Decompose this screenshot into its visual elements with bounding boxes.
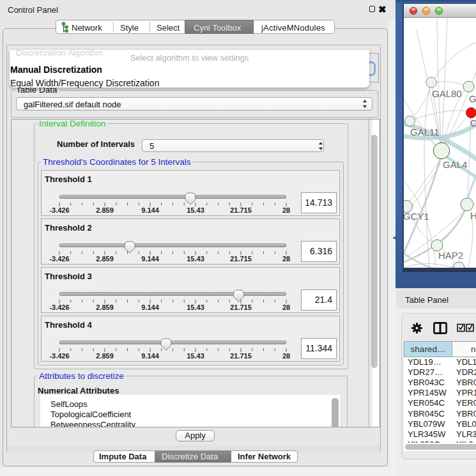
svg-text:GAL11: GAL11 (410, 127, 440, 137)
svg-text:GAL4: GAL4 (443, 159, 467, 170)
svg-text:C: C (470, 118, 476, 128)
svg-text:HAP2: HAP2 (438, 250, 463, 261)
svg-text:GCY1: GCY1 (404, 211, 429, 222)
svg-text:GAL80: GAL80 (432, 88, 462, 99)
svg-text:H: H (470, 210, 476, 221)
svg-text:G.: G. (469, 93, 476, 104)
